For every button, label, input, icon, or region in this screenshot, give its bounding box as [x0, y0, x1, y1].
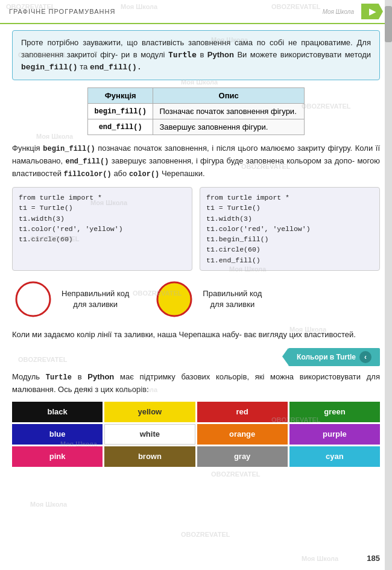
code-line: t1.color('red', 'yellow') — [206, 224, 373, 234]
code-line: t1.width(3) — [19, 214, 186, 224]
code-line: from turtle import * — [206, 192, 373, 203]
color-cell: green — [289, 402, 380, 422]
color-cell: white — [104, 424, 195, 445]
body-text-1: Функція begin_fill() позначає початок за… — [12, 142, 380, 180]
color-cell: red — [197, 402, 288, 422]
section-tag: Кольори в Turtle ‹ — [288, 348, 380, 366]
color-cell: gray — [197, 446, 288, 467]
color-cell: blue — [12, 424, 103, 445]
header-nav-arrow[interactable]: ▶ — [361, 4, 383, 19]
section-header: Кольори в Turtle ‹ — [12, 348, 380, 366]
table-row: begin_fill()Позначає початок заповнення … — [88, 104, 305, 119]
demo-item-wrong: Неправильний коддля заливки — [12, 278, 129, 320]
page-number: 185 — [367, 554, 380, 563]
color-cell: purple — [289, 424, 380, 445]
code-blocks-row: from turtle import *t1 = Turtle()t1.widt… — [12, 187, 380, 271]
code-line: t1 = Turtle() — [19, 203, 186, 213]
info-box: Проте потрібно зауважити, що властивість… — [12, 30, 380, 80]
demo-row: Неправильний коддля заливки Правильний к… — [12, 278, 380, 320]
code-block-right: from turtle import *t1 = Turtle()t1.widt… — [200, 187, 380, 271]
demo-item-correct: Правильний коддля заливки — [153, 278, 262, 320]
scrollbar-thumb[interactable] — [385, 6, 392, 42]
table-cell-func: end_fill() — [88, 119, 153, 135]
filled-circle-svg — [153, 278, 195, 320]
table-cell-desc: Завершує заповнення фігури. — [153, 119, 305, 135]
demo-label-wrong: Неправильний коддля заливки — [62, 288, 129, 310]
colors-grid: blackyellowredgreenbluewhiteorangepurple… — [12, 402, 380, 467]
scrollbar[interactable] — [385, 0, 392, 570]
table-row: end_fill()Завершує заповнення фігури. — [88, 119, 305, 135]
page-header: ГРАФІЧНЕ ПРОГРАМУВАННЯ Моя Школа ▶ — [0, 0, 392, 24]
code-line: from turtle import * — [19, 192, 186, 203]
header-logo: Моя Школа — [323, 8, 354, 15]
svg-point-1 — [157, 282, 191, 316]
code-line: t1.color('red', 'yellow') — [19, 224, 186, 234]
functions-table: Функція Опис begin_fill()Позначає почато… — [87, 87, 305, 135]
code-line: t1.circle(60) — [19, 234, 186, 244]
colors-intro: Модуль Turtle в Python має підтримку баз… — [12, 371, 380, 396]
code-line: t1 = Turtle() — [206, 203, 373, 213]
svg-point-0 — [16, 282, 50, 316]
color-cell: cyan — [289, 446, 380, 467]
table-cell-desc: Позначає початок заповнення фігури. — [153, 104, 305, 119]
unfilled-circle-svg — [12, 278, 54, 320]
table-header-function: Функція — [88, 88, 153, 104]
main-content: Проте потрібно зауважити, що властивість… — [0, 24, 392, 485]
header-title: ГРАФІЧНЕ ПРОГРАМУВАННЯ — [9, 8, 115, 15]
code-line: t1.end_fill() — [206, 255, 373, 265]
color-cell: brown — [104, 446, 195, 467]
body-text-2: Коли ми задаємо колір лінії та заливки, … — [12, 329, 380, 341]
watermark: Моя Школа — [302, 555, 338, 562]
color-cell: pink — [12, 446, 103, 467]
page: ГРАФІЧНЕ ПРОГРАМУВАННЯ Моя Школа ▶ OBOZR… — [0, 0, 392, 570]
table-cell-func: begin_fill() — [88, 104, 153, 119]
section-tag-label: Кольори в Turtle — [297, 353, 356, 361]
watermark: Моя Школа — [30, 501, 67, 508]
code-block-left: from turtle import *t1 = Turtle()t1.widt… — [12, 187, 192, 271]
watermark: OBOZREVATEL — [181, 531, 230, 538]
color-cell: orange — [197, 424, 288, 445]
table-header-desc: Опис — [153, 88, 305, 104]
code-line: t1.circle(60) — [206, 244, 373, 255]
section-tag-arrow[interactable]: ‹ — [359, 351, 371, 363]
color-cell: black — [12, 402, 103, 422]
code-line: t1.begin_fill() — [206, 234, 373, 244]
code-line: t1.width(3) — [206, 214, 373, 224]
color-cell: yellow — [104, 402, 195, 422]
demo-label-correct: Правильний коддля заливки — [203, 288, 262, 310]
